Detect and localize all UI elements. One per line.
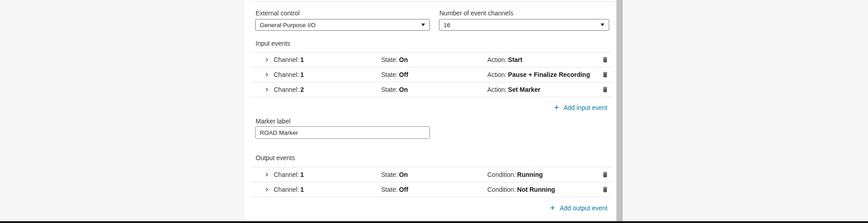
chevron-right-icon[interactable] <box>263 186 271 193</box>
marker-label-input[interactable] <box>255 126 430 139</box>
add-output-event-row: Add output event <box>251 204 612 213</box>
chevron-right-icon[interactable] <box>263 86 271 93</box>
top-divider <box>251 1 616 2</box>
input-events-title: Input events <box>256 40 290 47</box>
state-cell: State:On <box>381 52 408 67</box>
scrollbar-thumb[interactable] <box>616 0 623 223</box>
condition-cell: Condition:Not Running <box>487 182 555 197</box>
input-event-row[interactable]: Channel:1 State:Off Action:Pause + Final… <box>251 67 612 82</box>
marker-label-title: Marker label <box>256 118 290 125</box>
add-input-event-row: Add input event <box>251 104 612 113</box>
input-events-list: Channel:1 State:On Action:Start Channel:… <box>251 52 612 97</box>
chevron-right-icon[interactable] <box>263 171 271 178</box>
channel-cell: Channel:1 <box>274 167 304 182</box>
state-cell: State:On <box>381 167 408 182</box>
channel-cell: Channel:1 <box>274 182 304 197</box>
delete-icon[interactable] <box>602 186 609 193</box>
chevron-right-icon[interactable] <box>263 56 271 63</box>
action-cell: Action:Start <box>487 52 523 67</box>
state-cell: State:On <box>381 82 408 97</box>
output-events-list: Channel:1 State:On Condition:Running Cha… <box>251 167 612 197</box>
add-output-event-button[interactable]: Add output event <box>549 204 612 212</box>
delete-icon[interactable] <box>602 171 609 178</box>
plus-icon <box>553 104 560 111</box>
device-settings-panel: External control General Purpose I/O Num… <box>245 0 616 223</box>
event-channels-select[interactable]: 16 <box>439 19 609 31</box>
action-cell: Action:Pause + Finalize Recording <box>487 67 590 82</box>
channel-cell: Channel:1 <box>274 52 304 67</box>
chevron-right-icon[interactable] <box>263 71 271 78</box>
event-channels-label: Number of event channels <box>439 9 513 17</box>
add-input-event-label: Add input event <box>564 104 607 111</box>
output-event-row[interactable]: Channel:1 State:Off Condition:Not Runnin… <box>251 182 612 197</box>
event-channels-value: 16 <box>443 22 597 28</box>
vertical-scrollbar[interactable] <box>616 0 624 223</box>
dropdown-arrow-icon <box>421 24 425 26</box>
delete-icon[interactable] <box>602 86 609 93</box>
input-event-row[interactable]: Channel:2 State:On Action:Set Marker <box>251 82 612 97</box>
output-event-row[interactable]: Channel:1 State:On Condition:Running <box>251 167 612 182</box>
add-output-event-label: Add output event <box>560 204 607 212</box>
dropdown-arrow-icon <box>601 24 604 26</box>
delete-icon[interactable] <box>602 56 609 63</box>
output-events-title: Output events <box>256 154 295 161</box>
state-cell: State:Off <box>381 67 408 82</box>
action-cell: Action:Set Marker <box>487 82 540 97</box>
external-control-label: External control <box>256 9 299 17</box>
channel-cell: Channel:1 <box>274 67 304 82</box>
condition-cell: Condition:Running <box>487 167 543 182</box>
add-input-event-button[interactable]: Add input event <box>553 104 612 111</box>
input-event-row[interactable]: Channel:1 State:On Action:Start <box>251 52 612 67</box>
external-control-select[interactable]: General Purpose I/O <box>255 19 430 31</box>
window-bottom-edge <box>0 221 868 223</box>
channel-cell: Channel:2 <box>274 82 304 97</box>
external-control-value: General Purpose I/O <box>260 22 418 28</box>
plus-icon <box>549 204 556 212</box>
state-cell: State:Off <box>381 182 408 197</box>
delete-icon[interactable] <box>602 71 609 78</box>
